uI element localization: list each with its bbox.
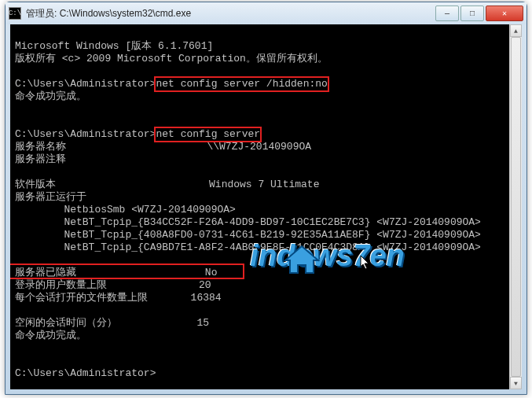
close-button[interactable]: ✕	[486, 6, 523, 21]
software-version-value: Windows 7 Ultimate	[209, 179, 319, 190]
netbt-line: NetBT_Tcpip_{CA9BD7E1-A8F2-4AB0-9E8F-51C…	[15, 241, 481, 253]
prompt: C:\Users\Administrator>	[15, 128, 156, 140]
max-files-label: 每个会话打开的文件数量上限	[15, 292, 148, 304]
cmd-window: C:\ 管理员: C:\Windows\system32\cmd.exe — □…	[5, 2, 527, 395]
terminal-output[interactable]: Microsoft Windows [版本 6.1.7601] 版权所有 <c>…	[10, 24, 522, 389]
scroll-up-button[interactable]: ▲	[510, 24, 522, 37]
software-version-label: 软件版本	[15, 179, 56, 190]
highlighted-command-2: net config server	[156, 128, 260, 141]
scrollbar-track[interactable]	[510, 37, 522, 377]
idle-time-value: 15	[196, 317, 209, 329]
prompt: C:\Users\Administrator>	[15, 78, 156, 90]
titlebar[interactable]: C:\ 管理员: C:\Windows\system32\cmd.exe — □…	[6, 2, 526, 24]
vertical-scrollbar[interactable]: ▲ ▼	[509, 24, 522, 389]
copyright-line: 版权所有 <c> 2009 Microsoft Corporation。保留所有…	[15, 53, 328, 64]
success-message: 命令成功完成。	[15, 90, 86, 102]
highlighted-command-1: net config server /hidden:no	[156, 78, 327, 90]
netbt-line: NetBT_Tcpip_{408A8FD0-0731-4C61-B219-92E…	[15, 229, 481, 241]
netbios-line: NetbiosSmb <W7ZJ-20140909OA>	[15, 204, 236, 216]
scroll-down-button[interactable]: ▼	[510, 377, 522, 389]
max-users-value: 20	[199, 279, 211, 291]
max-users-label: 登录的用户数量上限	[15, 279, 107, 291]
scrollbar-thumb[interactable]	[511, 37, 521, 377]
version-line: Microsoft Windows [版本 6.1.7601]	[15, 40, 213, 52]
cmd-icon: C:\	[9, 7, 21, 20]
server-running-label: 服务器正运行于	[15, 191, 86, 203]
highlight-box-hidden-row	[10, 263, 244, 279]
idle-time-label: 空闲的会话时间（分）	[15, 317, 117, 329]
window-title: 管理员: C:\Windows\system32\cmd.exe	[26, 7, 435, 20]
server-comment-label: 服务器注释	[15, 153, 66, 165]
server-name-value: \\W7ZJ-20140909OA	[207, 141, 311, 153]
maximize-button[interactable]: □	[460, 6, 484, 21]
prompt: C:\Users\Administrator>	[15, 367, 156, 379]
netbt-line: NetBT_Tcpip_{B34CC52F-F26A-4DD9-BD97-10C…	[15, 216, 481, 228]
max-files-value: 16384	[191, 292, 222, 304]
minimize-button[interactable]: —	[435, 6, 459, 21]
server-name-label: 服务器名称	[15, 141, 66, 153]
success-message: 命令成功完成。	[15, 330, 86, 341]
